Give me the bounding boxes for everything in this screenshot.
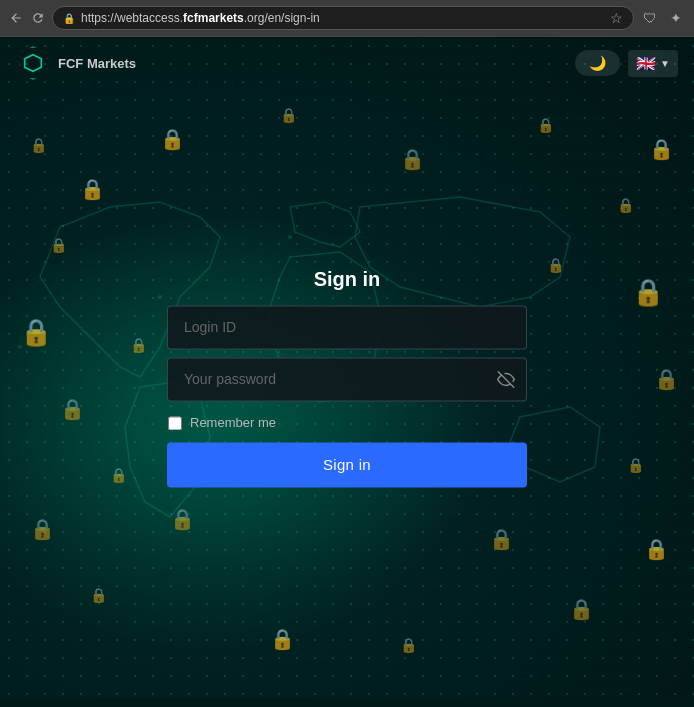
shield-icon[interactable]: 🛡 <box>640 8 660 28</box>
password-input[interactable] <box>167 357 527 401</box>
moon-icon: 🌙 <box>589 55 606 71</box>
password-toggle-button[interactable] <box>497 370 515 388</box>
login-input[interactable] <box>167 305 527 349</box>
chevron-down-icon: ▼ <box>660 58 670 69</box>
url-display: https://webtaccess.fcfmarkets.org/en/sig… <box>81 11 320 25</box>
app-container: 🔒 🔒 🔒 🔒 🔒 🔒 🔒 🔒 🔒 🔒 🔒 🔒 🔒 🔒 🔒 🔒 🔒 🔒 🔒 🔒 … <box>0 37 694 697</box>
remember-row: Remember me <box>168 415 528 430</box>
remember-checkbox[interactable] <box>168 416 182 430</box>
extensions-icon[interactable]: ✦ <box>666 8 686 28</box>
back-button[interactable] <box>8 10 24 26</box>
signin-button[interactable]: Sign in <box>167 442 527 487</box>
address-bar[interactable]: 🔒 https://webtaccess.fcfmarkets.org/en/s… <box>52 6 634 30</box>
signin-container: Sign in Remember me Sign in <box>167 268 527 487</box>
dark-mode-toggle[interactable]: 🌙 <box>575 50 620 76</box>
logo-hexagon <box>16 46 50 80</box>
remember-label[interactable]: Remember me <box>190 415 276 430</box>
logo: FCF Markets <box>16 46 136 80</box>
browser-toolbar: 🔒 https://webtaccess.fcfmarkets.org/en/s… <box>0 0 694 36</box>
app-header: FCF Markets 🌙 🇬🇧 ▼ <box>0 37 694 89</box>
refresh-button[interactable] <box>30 10 46 26</box>
header-controls: 🌙 🇬🇧 ▼ <box>575 50 678 77</box>
lock-icon: 🔒 <box>63 13 75 24</box>
signin-title: Sign in <box>314 268 381 291</box>
browser-chrome: 🔒 https://webtaccess.fcfmarkets.org/en/s… <box>0 0 694 37</box>
logo-text: FCF Markets <box>58 56 136 71</box>
browser-icons: 🛡 ✦ <box>640 8 686 28</box>
language-selector[interactable]: 🇬🇧 ▼ <box>628 50 678 77</box>
password-field-wrapper <box>167 357 527 401</box>
svg-marker-7 <box>25 55 42 72</box>
flag-icon: 🇬🇧 <box>636 54 656 73</box>
login-field-wrapper <box>167 305 527 349</box>
bookmark-icon[interactable]: ☆ <box>610 10 623 26</box>
